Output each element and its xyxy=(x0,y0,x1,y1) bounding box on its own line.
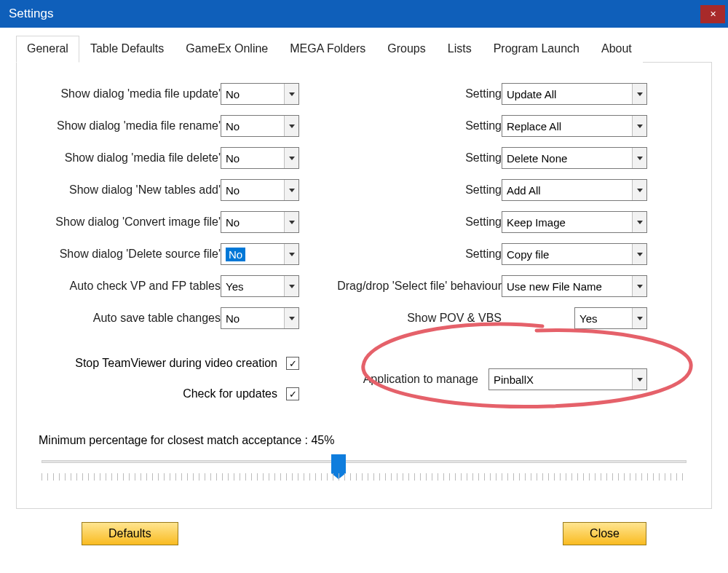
dropdown-show-pov[interactable]: Yes xyxy=(574,307,647,329)
label-check-updates: Check for updates xyxy=(183,387,277,400)
slider-line xyxy=(41,460,687,463)
label-setting-delete: Setting xyxy=(320,151,502,165)
label-media-update: Show dialog 'media file update' xyxy=(39,87,221,100)
dropdown-media-update[interactable]: No xyxy=(221,83,299,105)
checkbox-check-updates[interactable]: ✓ xyxy=(286,387,299,400)
dropdown-setting-replace[interactable]: Replace All xyxy=(502,115,647,137)
checkbox-stop-teamviewer[interactable]: ✓ xyxy=(286,357,299,370)
button-row: Defaults Close xyxy=(16,509,712,545)
chevron-down-icon xyxy=(284,308,298,328)
defaults-button[interactable]: Defaults xyxy=(82,522,178,545)
chevron-down-icon xyxy=(284,116,298,136)
chevron-down-icon xyxy=(284,180,298,200)
chevron-down-icon xyxy=(284,244,298,264)
label-auto-check: Auto check VP and FP tables xyxy=(39,280,221,293)
client-area: General Table Defaults GameEx Online MEG… xyxy=(0,28,728,558)
window-title: Settings xyxy=(9,7,53,21)
label-show-pov: Show POV & VBS xyxy=(320,312,502,325)
dropdown-media-rename[interactable]: No xyxy=(221,115,299,137)
tab-content-general: Show dialog 'media file update' No Show … xyxy=(16,63,712,509)
dropdown-delete-source[interactable]: No xyxy=(221,243,299,265)
dropdown-setting-add[interactable]: Add All xyxy=(502,179,647,201)
dropdown-app-to-manage[interactable]: PinballX xyxy=(488,368,647,390)
chevron-down-icon xyxy=(284,148,298,168)
dropdown-auto-check[interactable]: Yes xyxy=(221,275,299,297)
tab-groups[interactable]: Groups xyxy=(376,36,436,63)
tab-program-launch[interactable]: Program Launch xyxy=(483,36,590,63)
label-app-to-manage: Application to manage xyxy=(363,373,478,386)
chevron-down-icon xyxy=(284,276,298,296)
close-button[interactable]: Close xyxy=(563,522,646,545)
label-new-tables: Show dialog 'New tables add' xyxy=(39,183,221,197)
tab-table-defaults[interactable]: Table Defaults xyxy=(79,36,175,63)
slider-block: Minimum percentage for closest match acc… xyxy=(39,434,689,486)
chevron-down-icon xyxy=(632,180,646,200)
dropdown-setting-keep[interactable]: Keep Image xyxy=(502,211,647,233)
label-media-rename: Show dialog 'media file rename' xyxy=(39,119,221,133)
titlebar: Settings ✕ xyxy=(0,0,728,28)
dropdown-convert-image[interactable]: No xyxy=(221,211,299,233)
right-column: Setting Update All Setting Replace All S… xyxy=(320,83,647,400)
dropdown-media-delete[interactable]: No xyxy=(221,147,299,169)
label-setting-keep: Setting xyxy=(320,216,502,229)
label-setting-replace: Setting xyxy=(320,119,502,133)
dropdown-setting-copy[interactable]: Copy file xyxy=(502,243,647,265)
label-dragdrop: Drag/drop 'Select file' behaviour xyxy=(320,280,502,293)
chevron-down-icon xyxy=(284,84,298,104)
tab-general[interactable]: General xyxy=(16,36,79,63)
chevron-down-icon xyxy=(632,369,646,390)
chevron-down-icon xyxy=(632,148,646,168)
chevron-down-icon xyxy=(632,244,646,264)
tab-gameex-online[interactable]: GameEx Online xyxy=(175,36,279,63)
slider-track[interactable] xyxy=(39,456,689,486)
dropdown-setting-delete[interactable]: Delete None xyxy=(502,147,647,169)
chevron-down-icon xyxy=(632,84,646,104)
label-delete-source: Show dialog 'Delete source file' xyxy=(39,248,221,261)
close-icon: ✕ xyxy=(710,9,716,19)
label-media-delete: Show dialog 'media file delete' xyxy=(39,151,221,165)
slider-label: Minimum percentage for closest match acc… xyxy=(39,434,334,446)
tab-mega-folders[interactable]: MEGA Folders xyxy=(279,36,376,63)
chevron-down-icon xyxy=(284,212,298,232)
label-setting-copy: Setting xyxy=(320,248,502,261)
dropdown-setting-update[interactable]: Update All xyxy=(502,83,647,105)
slider-thumb[interactable] xyxy=(331,454,346,473)
dropdown-dragdrop[interactable]: Use new File Name xyxy=(502,275,647,297)
tab-about[interactable]: About xyxy=(590,36,643,63)
left-column: Show dialog 'media file update' No Show … xyxy=(39,83,299,400)
slider-ticks xyxy=(41,473,687,481)
dropdown-auto-save[interactable]: No xyxy=(221,307,299,329)
tab-bar: General Table Defaults GameEx Online MEG… xyxy=(16,35,712,63)
tab-lists[interactable]: Lists xyxy=(437,36,483,63)
label-setting-add: Setting xyxy=(320,183,502,197)
dropdown-new-tables[interactable]: No xyxy=(221,179,299,201)
label-setting-update: Setting xyxy=(320,87,502,100)
chevron-down-icon xyxy=(632,308,646,328)
chevron-down-icon xyxy=(632,276,646,296)
chevron-down-icon xyxy=(632,116,646,136)
label-auto-save: Auto save table changes xyxy=(39,312,221,325)
label-stop-teamviewer: Stop TeamViewer during video creation xyxy=(75,357,277,370)
chevron-down-icon xyxy=(632,212,646,232)
label-convert-image: Show dialog 'Convert image file' xyxy=(39,216,221,229)
window-close-button[interactable]: ✕ xyxy=(700,5,725,23)
